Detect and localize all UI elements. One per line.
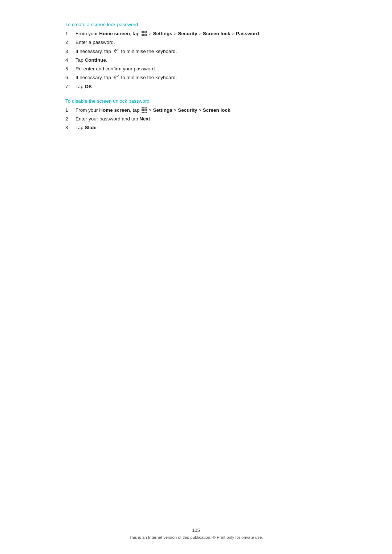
list-item: 7 Tap OK. — [65, 83, 327, 90]
svg-rect-18 — [144, 107, 146, 108]
svg-rect-2 — [144, 31, 146, 32]
page-content: To create a screen lock password 1 From … — [0, 0, 392, 168]
keyboard-back-icon — [113, 75, 119, 80]
svg-rect-3 — [146, 31, 147, 32]
section-create: To create a screen lock password 1 From … — [65, 22, 327, 90]
list-number: 1 — [65, 30, 75, 37]
list-text: Re-enter and confirm your password. — [75, 65, 327, 73]
svg-rect-8 — [142, 34, 143, 35]
list-text: If necessary, tap to minimise the keyboa… — [75, 48, 327, 55]
list-number: 2 — [65, 39, 75, 46]
section1-list: 1 From your Home screen, tap — [65, 30, 327, 90]
list-text: Tap OK. — [75, 83, 327, 90]
list-number: 7 — [65, 83, 75, 90]
svg-rect-22 — [144, 109, 146, 110]
list-item: 2 Enter a password. — [65, 39, 327, 46]
keyboard-back-icon — [113, 48, 119, 54]
list-text: If necessary, tap to minimise the keyboa… — [75, 74, 327, 81]
footer-note: This is an Internet version of this publ… — [0, 535, 392, 539]
svg-rect-5 — [143, 32, 144, 33]
section1-heading: To create a screen lock password — [65, 22, 327, 27]
list-number: 3 — [65, 124, 75, 131]
list-text: From your Home screen, tap — [75, 30, 327, 37]
list-text: Enter your password and tap Next. — [75, 115, 327, 123]
svg-rect-6 — [144, 32, 146, 33]
list-item: 3 Tap Slide. — [65, 124, 327, 131]
list-item: 4 Tap Continue. — [65, 57, 327, 64]
svg-rect-13 — [143, 35, 144, 36]
list-number: 5 — [65, 65, 75, 73]
svg-rect-23 — [146, 109, 147, 110]
svg-rect-31 — [146, 112, 147, 113]
svg-rect-24 — [142, 110, 143, 111]
svg-rect-29 — [143, 112, 144, 113]
svg-rect-0 — [142, 31, 143, 32]
svg-rect-9 — [143, 34, 144, 35]
svg-rect-11 — [146, 34, 147, 35]
svg-rect-12 — [142, 35, 143, 36]
svg-rect-28 — [142, 112, 143, 113]
list-number: 1 — [65, 107, 75, 114]
svg-rect-26 — [144, 110, 146, 111]
svg-rect-27 — [146, 110, 147, 111]
svg-rect-21 — [143, 109, 144, 110]
svg-rect-4 — [142, 32, 143, 33]
list-text: Tap Continue. — [75, 57, 327, 64]
svg-rect-15 — [146, 35, 147, 36]
section2-list: 1 From your Home screen, tap — [65, 107, 327, 132]
list-item: 6 If necessary, tap to minimise the keyb… — [65, 74, 327, 81]
svg-rect-25 — [143, 110, 144, 111]
list-item: 5 Re-enter and confirm your password. — [65, 65, 327, 73]
list-number: 6 — [65, 74, 75, 81]
svg-rect-14 — [144, 35, 146, 36]
svg-rect-7 — [146, 32, 147, 33]
page-footer: 105 This is an Internet version of this … — [0, 528, 392, 539]
section-disable: To disable the screen unlock password 1 … — [65, 98, 327, 132]
list-number: 2 — [65, 115, 75, 123]
svg-rect-16 — [142, 107, 143, 108]
svg-rect-1 — [143, 31, 144, 32]
list-text: Enter a password. — [75, 39, 327, 46]
list-item: 3 If necessary, tap to minimise the keyb… — [65, 48, 327, 55]
list-text: Tap Slide. — [75, 124, 327, 131]
grid-icon — [141, 107, 147, 113]
svg-rect-20 — [142, 109, 143, 110]
grid-icon — [141, 30, 147, 36]
list-item: 1 From your Home screen, tap — [65, 107, 327, 114]
list-text: From your Home screen, tap — [75, 107, 327, 114]
svg-rect-19 — [146, 107, 147, 108]
list-number: 4 — [65, 57, 75, 64]
section2-heading: To disable the screen unlock password — [65, 98, 327, 104]
svg-rect-30 — [144, 112, 146, 113]
list-number: 3 — [65, 48, 75, 55]
svg-rect-17 — [143, 107, 144, 108]
list-item: 2 Enter your password and tap Next. — [65, 115, 327, 123]
svg-rect-10 — [144, 34, 146, 35]
page-number: 105 — [0, 528, 392, 533]
list-item: 1 From your Home screen, tap — [65, 30, 327, 37]
